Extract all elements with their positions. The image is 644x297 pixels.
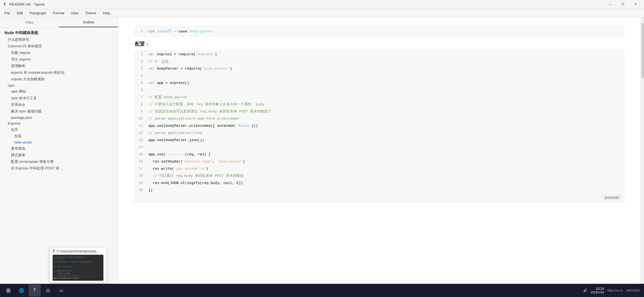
menu-file[interactable]: File	[1, 10, 13, 16]
taskbar-system-tray: 🔊 10:24 2019/1/24 https://xo.io 46013619	[583, 287, 642, 294]
npm-keyword: npm install	[148, 29, 172, 33]
tooltip-icon: T	[53, 249, 55, 254]
outline-exports[interactable]: 导出 exports	[0, 56, 118, 63]
tray-date: 2019/1/24	[591, 291, 604, 294]
title-bar: T README.md - Typora ─ ❐ ✕	[0, 0, 644, 9]
minimize-button[interactable]: ─	[604, 0, 616, 9]
outline-what-module[interactable]: 什么是模块化	[0, 36, 118, 43]
tray-user: 46013619	[626, 289, 640, 292]
outline-art-template[interactable]: 配置 art-template 模板引擎	[0, 158, 118, 165]
thumbnail-content: var express = require('express') // 0. 引…	[53, 255, 103, 280]
menu-theme[interactable]: Theme	[82, 10, 99, 16]
install-code-content: npm install --save body-parser	[146, 27, 624, 36]
outline-start[interactable]: 起步	[0, 126, 118, 133]
tab-outline[interactable]: Outline	[59, 18, 118, 27]
tray-notification: https://xo.io	[607, 289, 623, 292]
taskbar-app5[interactable]: ▭	[55, 284, 67, 296]
window-title: README.md - Typora	[9, 2, 45, 6]
taskbar-browser[interactable]: 🌐	[15, 284, 28, 296]
menu-view[interactable]: View	[67, 10, 82, 16]
outline-principle[interactable]: 原理解析	[0, 63, 118, 69]
thumbnail-preview: var express = require('express') // 0. 引…	[53, 255, 103, 281]
outline-express[interactable]: Express	[0, 120, 118, 126]
taskbar-explorer[interactable]: ⊡	[42, 284, 54, 296]
outline-package-json[interactable]: package.json	[0, 115, 118, 120]
kw-str-express: 'express'	[196, 52, 215, 56]
outline-npm-commands[interactable]: 常用命令	[0, 101, 118, 108]
window-controls[interactable]: ─ ❐ ✕	[604, 0, 642, 9]
code-line-5: 5 var app = express()	[135, 79, 624, 87]
outline-install[interactable]: 安装	[0, 133, 118, 139]
lang-badge: javascript	[602, 195, 622, 200]
tooltip-path-text: C:\Users\pz\Desktop\nodej...	[57, 249, 99, 253]
code-line-13: 13 app.use(bodyParser.json())	[135, 137, 624, 144]
tray-network: 🔊	[583, 288, 587, 292]
restore-button[interactable]: ❐	[616, 0, 629, 9]
line-number-1: 1	[135, 27, 146, 36]
scrollbar[interactable]	[641, 18, 644, 288]
code-line-19: 19 res.end(JSON.stringify(req.body, null…	[135, 180, 624, 187]
scrollbar-thumb[interactable]	[642, 23, 644, 78]
code-line-15: 15 app.use(function (req, res) {	[135, 151, 624, 158]
outline-express-post[interactable]: 在 Express 中间处理 POST 请...	[0, 165, 118, 172]
main-code-block: 1 var express = require('express') 2 // …	[135, 51, 624, 202]
code-line-7: 7 // 配置 body-parser	[135, 94, 624, 101]
outline-commonjs[interactable]: CommonJS 模块规范	[0, 43, 118, 50]
menu-bar: File Edit Paragraph Format View Theme He…	[0, 9, 644, 18]
menu-edit[interactable]: Edit	[13, 10, 26, 16]
taskbar: ⊞ 🌐 T ⊡ ▭ 🔊 10:24 2019/1/24 https://xo.i…	[0, 284, 644, 297]
menu-format[interactable]: Format	[50, 10, 67, 16]
npm-package: body-parser	[189, 29, 213, 33]
npm-flag: --save	[174, 29, 189, 33]
code-line-8: 8 // 只要加入这个配置，则在 req 请求对象上会多出来一个属性: body	[135, 101, 624, 108]
tooltip-popup: T C:\Users\pz\Desktop\nodej... var expre…	[50, 247, 107, 283]
code-line-14: 14	[135, 144, 624, 151]
outline-require[interactable]: 加载 require	[0, 50, 118, 56]
outline-basic-routing[interactable]: 基本路由	[0, 145, 118, 152]
install-code-block: 1 npm install --save body-parser	[135, 26, 624, 36]
code-line-18: 18 // 可以通过 req.body 来获取表单 POST 请求体数据	[135, 172, 624, 180]
code-line-11: 11 app.use(bodyParser.urlencoded({ exten…	[135, 122, 624, 130]
code-line-16: 16 res.setHeader('Content-Type', 'text/p…	[135, 158, 624, 165]
title-bar-left: T README.md - Typora	[2, 2, 45, 7]
code-line-6: 6	[135, 87, 624, 94]
tray-clock: 10:24	[591, 287, 604, 291]
outline-node-modules[interactable]: Node 中间模块系统	[0, 30, 118, 36]
kw-var: var	[148, 52, 155, 56]
tray-time: 10:24 2019/1/24	[591, 287, 604, 294]
code-line-2: 2 // 0. 引包	[135, 58, 624, 65]
taskbar-start[interactable]: ⊞	[2, 284, 14, 296]
close-button[interactable]: ✕	[629, 0, 642, 9]
outline-npm-site[interactable]: npm 网站	[0, 88, 118, 95]
menu-paragraph[interactable]: Paragraph	[26, 10, 50, 16]
outline-exports-diff[interactable]: exports 和 module.exports 的区别	[0, 69, 118, 76]
outline-npm[interactable]: npm	[0, 82, 118, 88]
sidebar-tabs: Files Outline	[0, 18, 118, 28]
tab-files[interactable]: Files	[0, 18, 59, 27]
code-line-12: 12 // parse application/json	[135, 130, 624, 137]
outline-static[interactable]: 静态服务	[0, 152, 118, 158]
app-icon: T	[2, 2, 7, 7]
code-line-17: 17 res.write('you posted:\n')	[135, 165, 624, 172]
outline-npm-cli[interactable]: npm 命令行工具	[0, 95, 118, 101]
code-line-4: 4	[135, 72, 624, 79]
outline-npm-wall[interactable]: 解决 npm 被墙问题	[0, 108, 118, 115]
code-line-1: 1 var express = require('express')	[135, 51, 624, 58]
section-heading-config: 配置：	[135, 41, 624, 47]
code-line-10: 10 // parse application/x-www-form-urlen…	[135, 115, 624, 122]
code-line-3: 3 var bodyParser = require('body-parser'…	[135, 65, 624, 72]
editor-area[interactable]: 1 npm install --save body-parser 配置： 1 v…	[118, 18, 641, 288]
taskbar-typora[interactable]: T	[29, 284, 41, 296]
outline-hello-world[interactable]: hello world	[0, 139, 118, 145]
menu-help[interactable]: Help	[100, 10, 114, 16]
outline-require-rules[interactable]: require 方法加载规则	[0, 76, 118, 82]
code-line-20: 20 })	[135, 187, 624, 194]
tooltip-path: T C:\Users\pz\Desktop\nodej...	[53, 249, 103, 254]
code-line-9: 9 // 也就是说你就可以直接通过 req.body 来获取表单 POST 请求…	[135, 108, 624, 115]
